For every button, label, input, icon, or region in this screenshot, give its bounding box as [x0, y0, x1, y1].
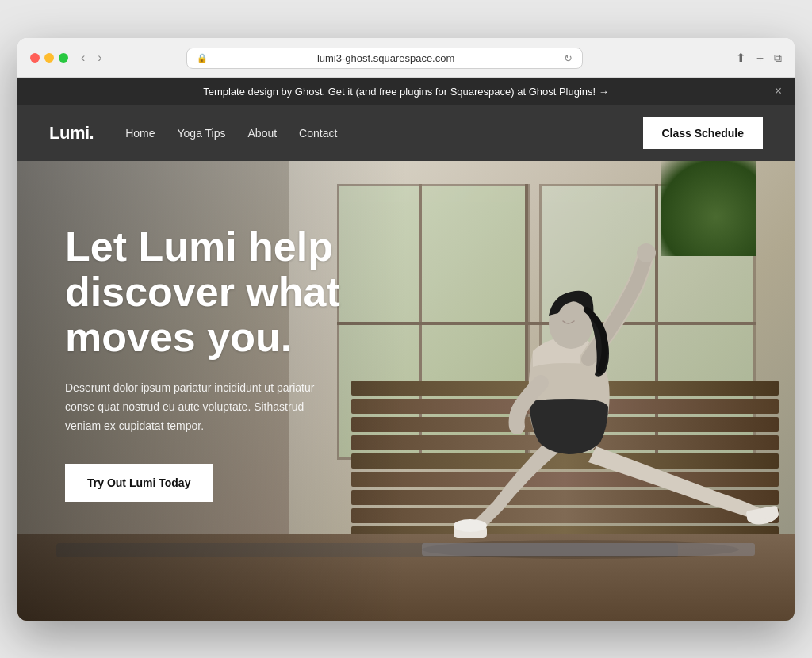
- banner-text: Template design by Ghost. Get it (and fr…: [49, 86, 763, 98]
- nav-links: Home Yoga Tips About Contact: [125, 127, 642, 140]
- svg-rect-7: [422, 543, 755, 556]
- hero-content: Let Lumi help discover what moves you. D…: [65, 224, 398, 503]
- hero-section: Let Lumi help discover what moves you. D…: [17, 161, 795, 621]
- hero-headline: Let Lumi help discover what moves you.: [65, 224, 398, 361]
- tabs-icon[interactable]: ⧉: [774, 52, 782, 65]
- new-tab-icon[interactable]: ＋: [754, 51, 766, 66]
- svg-point-4: [454, 519, 487, 532]
- back-button[interactable]: ‹: [78, 50, 88, 66]
- announcement-banner: Template design by Ghost. Get it (and fr…: [17, 78, 795, 105]
- nav-contact[interactable]: Contact: [299, 127, 337, 140]
- lock-icon: 🔒: [197, 53, 208, 63]
- address-bar[interactable]: 🔒 lumi3-ghost.squarespace.com ↻: [186, 48, 583, 69]
- nav-yoga-tips[interactable]: Yoga Tips: [178, 127, 226, 140]
- yoga-figure: [366, 193, 779, 573]
- nav-home[interactable]: Home: [125, 127, 155, 140]
- site-logo[interactable]: Lumi.: [49, 123, 94, 143]
- forward-button[interactable]: ›: [94, 50, 105, 66]
- browser-actions: ⬆ ＋ ⧉: [736, 51, 782, 66]
- share-icon[interactable]: ⬆: [736, 51, 746, 65]
- minimize-button[interactable]: [44, 53, 54, 63]
- hero-subtext: Deserunt dolor ipsum pariatur incididunt…: [65, 379, 335, 435]
- hero-cta-button[interactable]: Try Out Lumi Today: [65, 464, 213, 502]
- banner-close-button[interactable]: ×: [775, 84, 782, 98]
- nav-about[interactable]: About: [248, 127, 278, 140]
- traffic-lights: [30, 53, 68, 63]
- svg-point-5: [637, 243, 656, 262]
- maximize-button[interactable]: [59, 53, 68, 63]
- class-schedule-button[interactable]: Class Schedule: [643, 117, 764, 149]
- close-button[interactable]: [30, 53, 40, 63]
- navbar: Lumi. Home Yoga Tips About Contact Class…: [17, 105, 795, 161]
- browser-chrome: ‹ › 🔒 lumi3-ghost.squarespace.com ↻ ⬆ ＋ …: [17, 38, 795, 78]
- website: Template design by Ghost. Get it (and fr…: [17, 78, 795, 621]
- browser-window: ‹ › 🔒 lumi3-ghost.squarespace.com ↻ ⬆ ＋ …: [17, 38, 795, 621]
- url-display: lumi3-ghost.squarespace.com: [214, 52, 557, 64]
- refresh-icon: ↻: [564, 52, 573, 64]
- browser-nav-controls: ‹ ›: [78, 50, 105, 66]
